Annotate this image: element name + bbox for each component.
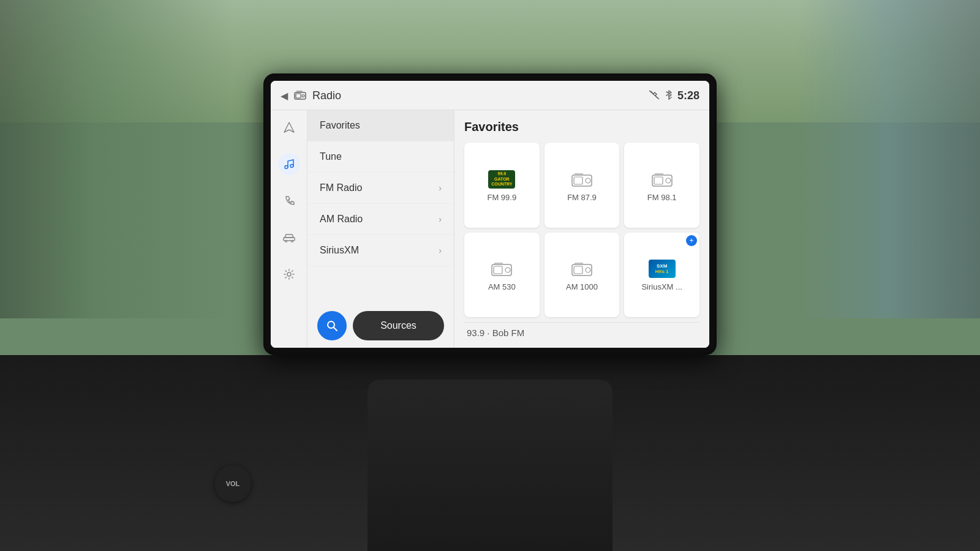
clock-display: 5:28 — [677, 89, 699, 102]
svg-point-9 — [285, 241, 287, 242]
fav-label-am-1000: AM 1000 — [566, 282, 598, 291]
svg-rect-23 — [494, 266, 502, 274]
menu-tune-label: Tune — [320, 151, 342, 162]
svg-point-6 — [285, 166, 288, 169]
fav-label-fm-87-9: FM 87.9 — [567, 193, 597, 202]
svg-rect-27 — [574, 266, 582, 274]
svg-marker-5 — [284, 122, 294, 132]
infotainment-screen: ◀ Radio — [271, 81, 709, 348]
favorite-siriusxm[interactable]: + SXMHits 1 SiriusXM ... — [624, 233, 699, 318]
content-area: Favorites Tune FM Radio › AM Radio › Sir… — [271, 110, 709, 348]
add-favorite-button[interactable]: + — [686, 235, 697, 246]
menu-favorites-label: Favorites — [320, 120, 360, 131]
sources-button[interactable]: Sources — [353, 311, 444, 340]
am-chevron-icon: › — [439, 214, 442, 224]
menu-am-label: AM Radio — [320, 214, 363, 225]
svg-rect-19 — [654, 177, 663, 184]
favorites-title: Favorites — [464, 120, 699, 134]
now-playing-text: 93.9 · Bob FM — [467, 328, 524, 338]
svg-point-2 — [302, 94, 304, 97]
fav-logo-gator: 99.9GATORCOUNTRY — [488, 170, 515, 189]
favorites-grid: 99.9GATORCOUNTRY FM 99.9 — [464, 143, 699, 317]
fav-label-am-530: AM 530 — [488, 282, 516, 291]
no-phone-icon — [648, 90, 660, 102]
gator-logo-image: 99.9GATORCOUNTRY — [488, 170, 515, 189]
menu-item-am-radio[interactable]: AM Radio › — [307, 204, 454, 235]
fav-logo-am-530 — [488, 259, 515, 279]
vol-label: VOL — [226, 480, 240, 487]
svg-point-16 — [586, 178, 590, 183]
favorite-am-1000[interactable]: AM 1000 — [545, 233, 620, 318]
fav-label-fm-99-9: FM 99.9 — [487, 193, 516, 202]
sidebar-icon-car[interactable] — [278, 227, 300, 249]
svg-point-20 — [666, 178, 671, 183]
fm-chevron-icon: › — [439, 183, 442, 193]
sidebar — [271, 110, 307, 348]
svg-rect-1 — [296, 94, 301, 98]
svg-point-10 — [291, 241, 293, 242]
bluetooth-icon — [665, 89, 673, 102]
volume-knob[interactable]: VOL — [214, 465, 251, 502]
menu-panel: Favorites Tune FM Radio › AM Radio › Sir… — [307, 110, 454, 348]
ambient-background-right — [796, 0, 980, 318]
top-bar-left: ◀ Radio — [281, 89, 341, 102]
siriusxm-logo-image: SXMHits 1 — [649, 260, 676, 278]
fav-logo-fm-98-1 — [649, 170, 676, 189]
svg-point-24 — [505, 268, 510, 272]
svg-point-7 — [290, 165, 293, 168]
sidebar-icon-settings[interactable] — [278, 263, 300, 285]
fav-logo-fm-87-9 — [568, 170, 595, 189]
ambient-background-left — [0, 0, 233, 318]
favorites-panel: Favorites 99.9GATORCOUNTRY FM 99.9 — [454, 110, 709, 348]
svg-line-13 — [334, 328, 337, 331]
svg-rect-15 — [574, 177, 582, 184]
favorite-am-530[interactable]: AM 530 — [464, 233, 540, 318]
top-bar-right: 5:28 — [648, 89, 699, 102]
favorite-fm-98-1[interactable]: FM 98.1 — [624, 143, 699, 228]
fav-label-siriusxm: SiriusXM ... — [641, 282, 682, 291]
menu-item-favorites[interactable]: Favorites — [307, 110, 454, 141]
dashboard-center — [368, 380, 612, 551]
fav-label-fm-98-1: FM 98.1 — [647, 193, 677, 202]
now-playing-bar: 93.9 · Bob FM — [464, 322, 699, 338]
sidebar-icon-music[interactable] — [278, 153, 300, 175]
svg-rect-8 — [284, 238, 295, 241]
top-bar: ◀ Radio — [271, 81, 709, 110]
siriusxm-chevron-icon: › — [439, 246, 442, 255]
menu-bottom-controls: Sources — [307, 304, 454, 348]
menu-item-tune[interactable]: Tune — [307, 141, 454, 173]
back-arrow-icon[interactable]: ◀ — [281, 90, 288, 102]
screen-title: Radio — [312, 89, 341, 102]
fav-logo-am-1000 — [568, 259, 595, 279]
menu-item-fm-radio[interactable]: FM Radio › — [307, 173, 454, 204]
menu-item-siriusxm[interactable]: SiriusXM › — [307, 235, 454, 266]
sidebar-icon-phone[interactable] — [278, 190, 300, 212]
favorite-fm-87-9[interactable]: FM 87.9 — [545, 143, 620, 228]
favorite-fm-99-9[interactable]: 99.9GATORCOUNTRY FM 99.9 — [464, 143, 540, 228]
radio-icon — [294, 90, 306, 102]
svg-point-11 — [287, 272, 291, 276]
screen-bezel: ◀ Radio — [263, 73, 717, 355]
search-button[interactable] — [317, 311, 347, 340]
menu-fm-label: FM Radio — [320, 182, 362, 193]
sidebar-icon-navigation[interactable] — [278, 116, 300, 138]
menu-siriusxm-label: SiriusXM — [320, 245, 359, 256]
fav-logo-siriusxm: SXMHits 1 — [649, 259, 676, 279]
svg-point-28 — [586, 268, 590, 272]
